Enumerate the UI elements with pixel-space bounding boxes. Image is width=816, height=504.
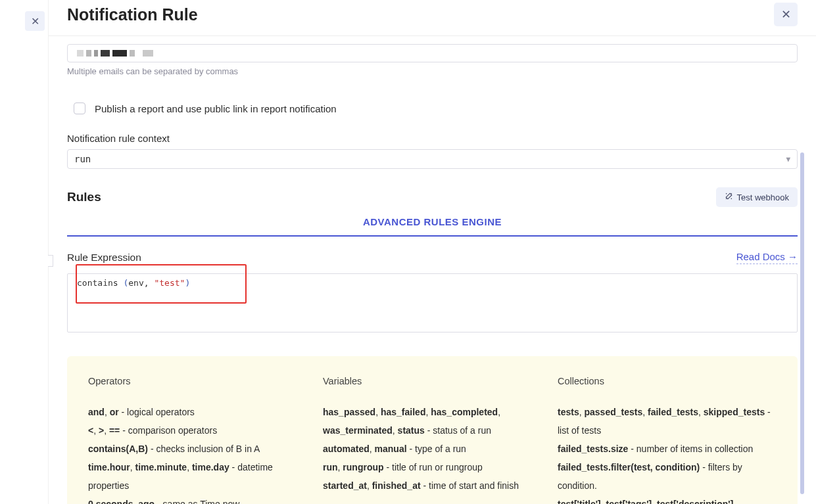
variables-title: Variables — [323, 372, 542, 391]
ref-term: passed_tests — [584, 407, 642, 417]
variables-column: Variables has_passed, has_failed, has_co… — [323, 372, 542, 504]
ref-term: time.day — [192, 462, 229, 472]
ref-term: test['title'] — [558, 499, 601, 504]
read-docs-link[interactable]: Read Docs → — [736, 251, 798, 264]
ref-term: status — [398, 425, 425, 436]
ref-desc: - status of a run — [425, 425, 491, 436]
context-value: run — [74, 154, 91, 164]
redacted-text — [77, 50, 84, 57]
code-paren: ) — [185, 278, 190, 288]
advanced-rules-tab[interactable]: ADVANCED RULES ENGINE — [67, 216, 798, 237]
ref-desc: - comparison operators — [120, 425, 217, 436]
ref-term: has_passed — [323, 407, 375, 417]
redacted-text — [130, 50, 135, 57]
modal-header: Notification Rule ✕ — [49, 0, 816, 36]
ref-desc: - title of run or rungroup — [384, 462, 483, 472]
context-label: Notification rule context — [67, 133, 798, 144]
expression-label: Rule Expression — [67, 252, 141, 263]
close-icon: ✕ — [31, 15, 39, 28]
rule-expression-editor[interactable]: contains (env, "test") — [67, 273, 798, 332]
ref-term: has_failed — [381, 407, 425, 417]
ref-term: > — [99, 425, 104, 436]
redacted-text — [94, 50, 98, 57]
operators-column: Operators and, or - logical operators <,… — [88, 372, 307, 504]
redacted-text — [137, 50, 140, 57]
modal-body: Multiple emails can be separated by comm… — [49, 36, 816, 504]
code-paren: ( — [118, 278, 129, 288]
outer-close-button[interactable]: ✕ — [25, 11, 45, 31]
redacted-text — [143, 50, 153, 57]
ref-term: test['description'] — [657, 499, 733, 504]
code-comma: , — [144, 278, 155, 288]
test-webhook-label: Test webhook — [737, 193, 790, 202]
test-webhook-button[interactable]: Test webhook — [716, 187, 798, 207]
ref-term: tests — [558, 407, 579, 417]
ref-desc: - number of items in collection — [628, 444, 753, 454]
ref-term: failed_tests.filter(test, condition) — [558, 462, 700, 472]
code-keyword: contains — [77, 278, 118, 288]
ref-term: has_completed — [431, 407, 498, 417]
redacted-text — [112, 50, 127, 57]
ref-term: manual — [375, 444, 407, 454]
ref-term: contains(A,B) — [88, 444, 148, 454]
ref-term: test['tags'] — [606, 499, 652, 504]
rules-header: Rules Test webhook — [67, 187, 798, 207]
code-var: env — [128, 278, 143, 288]
ref-term: or — [110, 407, 119, 417]
background-fragment — [48, 255, 53, 267]
collections-column: Collections tests, passed_tests, failed_… — [558, 372, 777, 504]
close-icon: ✕ — [781, 7, 791, 22]
ref-term: finished_at — [372, 480, 421, 491]
redacted-text — [101, 50, 110, 57]
collections-title: Collections — [558, 372, 777, 391]
operators-title: Operators — [88, 372, 307, 391]
code-line: contains (env, "test") — [68, 274, 797, 292]
ref-term: was_terminated — [323, 425, 393, 436]
ref-term: failed_tests — [648, 407, 698, 417]
ref-term: == — [109, 425, 120, 436]
modal-title: Notification Rule — [67, 5, 198, 24]
ref-desc: - logical operators — [119, 407, 195, 417]
email-input[interactable] — [67, 44, 798, 62]
ref-desc: - time of start and finish — [421, 480, 519, 491]
ref-term: 0.seconds_ago — [88, 499, 155, 504]
redacted-text — [86, 50, 91, 57]
expression-row: Rule Expression Read Docs → — [67, 251, 798, 264]
ref-desc: - checks inclusion of B in A — [148, 444, 260, 454]
modal-close-button[interactable]: ✕ — [774, 3, 798, 26]
ref-term: automated — [323, 444, 370, 454]
ref-term: skipped_tests — [704, 407, 765, 417]
email-help-text: Multiple emails can be separated by comm… — [67, 66, 798, 76]
publish-report-checkbox[interactable] — [74, 103, 85, 114]
ref-desc: - type of a run — [407, 444, 466, 454]
reference-panel: Operators and, or - logical operators <,… — [67, 356, 798, 504]
ref-term: time.hour — [88, 462, 130, 472]
chevron-down-icon: ▼ — [786, 155, 790, 164]
notification-rule-modal: Notification Rule ✕ Multiple emails can … — [48, 0, 816, 504]
ref-term: time.minute — [135, 462, 187, 472]
ref-term: < — [88, 425, 93, 436]
ref-term: failed_tests.size — [558, 444, 628, 454]
scrollbar[interactable] — [800, 152, 804, 494]
ref-term: and — [88, 407, 105, 417]
ref-desc: - same as Time.now — [155, 499, 239, 504]
magic-wand-icon — [725, 192, 733, 202]
ref-term: run — [323, 462, 338, 472]
ref-term: started_at — [323, 480, 367, 491]
ref-term: rungroup — [343, 462, 383, 472]
publish-report-label: Publish a report and use public link in … — [95, 103, 337, 114]
context-select[interactable]: run ▼ — [67, 149, 798, 169]
rules-title: Rules — [67, 190, 101, 204]
publish-report-row: Publish a report and use public link in … — [67, 103, 798, 114]
code-string: "test" — [154, 278, 185, 288]
